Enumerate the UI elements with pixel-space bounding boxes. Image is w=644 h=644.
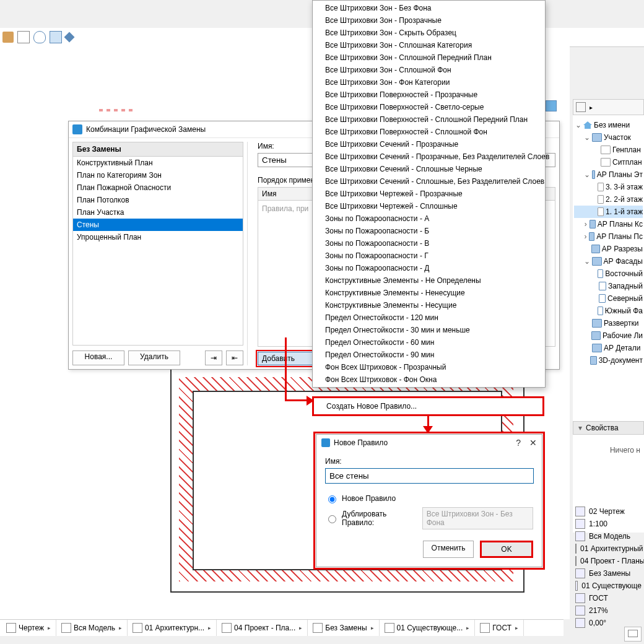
status-segment[interactable]: Вся Модель▸ [56, 620, 128, 636]
tree-item[interactable]: АР Детали [574, 342, 643, 354]
menu-item[interactable]: Все Штриховки Поверхностей - Светло-серы… [313, 101, 545, 113]
tree-item[interactable]: 1. 1-й этаж [574, 206, 643, 218]
quick-option-row[interactable]: 1:100 [573, 518, 644, 530]
combination-item[interactable]: План Потолков [73, 194, 243, 206]
corner-button[interactable] [624, 627, 642, 642]
combination-item[interactable]: План по Категориям Зон [73, 169, 243, 181]
menu-item[interactable]: Конструктивные Элементы - Не Определены [313, 274, 545, 287]
tool-icon[interactable] [2, 32, 14, 43]
menu-item[interactable]: Предел Огнестойкости - 30 мин и меньше [313, 324, 545, 336]
no-override-header[interactable]: Без Замены [72, 142, 243, 157]
menu-item[interactable]: Фон Всех Штриховок - Фон Окна [313, 373, 545, 386]
menu-item[interactable]: Все Штриховки Чертежей - Прозрачные [313, 188, 545, 200]
tree-item[interactable]: Рабочие Ли [574, 329, 643, 342]
close-button[interactable]: ✕ [529, 438, 537, 448]
menu-item[interactable]: Все Штриховки Поверхностей - Прозрачные [313, 89, 545, 101]
menu-item[interactable]: Предел Огнестойкости - 90 мин [313, 349, 545, 361]
book-icon[interactable] [50, 31, 62, 43]
tree-item[interactable]: ⌄Участок [574, 131, 643, 144]
status-segment[interactable]: 01 Архитектурн...▸ [128, 620, 217, 636]
properties-header[interactable]: ▾ Свойства [573, 421, 644, 435]
menu-item[interactable]: Зоны по Пожароопасности - Г [313, 250, 545, 262]
status-strip[interactable]: Чертеж▸Вся Модель▸01 Архитектурн...▸04 П… [0, 619, 564, 636]
tree-item[interactable]: 2. 2-й этаж [574, 193, 643, 206]
status-segment[interactable]: 04 Проект - Пла...▸ [217, 620, 308, 636]
tree-item[interactable]: Развертки [574, 317, 643, 329]
menu-item[interactable]: Зоны по Пожароопасности - Д [313, 262, 545, 274]
menu-item[interactable]: Все Штриховки Сечений - Сплошные Черные [313, 163, 545, 175]
quick-option-row[interactable]: Вся Модель [573, 530, 644, 542]
menu-item[interactable]: Все Штриховки Сечений - Прозрачные, Без … [313, 150, 545, 163]
tree-item[interactable]: 3D-документ [574, 354, 643, 367]
menu-item[interactable]: Все Штриховки Зон - Прозрачные [313, 14, 545, 27]
help-button[interactable]: ? [516, 438, 521, 448]
menu-item[interactable]: Зоны по Пожароопасности - Б [313, 225, 545, 237]
tree-item[interactable]: Западный [574, 280, 643, 292]
menu-item[interactable]: Конструктивные Элементы - Ненесущие [313, 287, 545, 299]
rule-name-input[interactable] [325, 468, 534, 484]
create-new-rule-item[interactable]: Создать Новое Правило... [312, 396, 544, 416]
tool-icon[interactable] [17, 31, 30, 43]
combination-item[interactable]: Конструктивный План [73, 157, 243, 169]
combination-item[interactable]: Стены [73, 219, 243, 231]
menu-item[interactable]: Все Штриховки Зон - Фон Категории [313, 76, 545, 89]
dialog-titlebar[interactable]: Новое Правило ? ✕ [316, 435, 542, 451]
menu-item[interactable]: Все Штриховки Зон - Сплошной Передний Пл… [313, 51, 545, 64]
quick-option-row[interactable]: ГОСТ [573, 592, 644, 604]
menu-item[interactable]: Все Штриховки Зон - Сплошная Категория [313, 39, 545, 51]
tree-item[interactable]: ⌄АР Планы Эт [574, 168, 643, 181]
tree-item[interactable]: Ситплан [574, 156, 643, 168]
delete-button[interactable]: Удалить [128, 350, 180, 365]
menu-item[interactable]: Предел Огнестойкости - 120 мин [313, 311, 545, 324]
combination-item[interactable]: План Участка [73, 206, 243, 219]
duplicate-rule-radio[interactable] [328, 515, 336, 523]
menu-item[interactable]: Предел Огнестойкости - 60 мин [313, 336, 545, 349]
menu-item[interactable]: Все Штриховки Чертежей - Сплошные [313, 200, 545, 212]
combinations-list[interactable]: Конструктивный ПланПлан по Категориям Зо… [72, 157, 243, 346]
menu-item[interactable]: Конструктивные Элементы - Несущие [313, 299, 545, 311]
quick-option-row[interactable]: 02 Чертеж [573, 505, 644, 518]
tree-item[interactable]: ›АР Планы Пс [574, 230, 643, 243]
menu-item[interactable]: Все Штриховки Поверхностей - Сплошной Пе… [313, 113, 545, 126]
menu-item[interactable]: Все Штриховки Зон - Без Фона [313, 2, 545, 14]
tree-item[interactable]: Южный Фа [574, 305, 643, 317]
combination-item[interactable]: План Пожарной Опасности [73, 181, 243, 194]
combination-item[interactable]: Упрощенный План [73, 231, 243, 243]
quick-option-row[interactable]: 04 Проект - Планы [573, 555, 644, 567]
tree-item[interactable]: Генплан [574, 144, 643, 156]
tree-root[interactable]: ⌄ Без имени [574, 119, 643, 131]
nav-tab-icon[interactable] [546, 100, 557, 111]
menu-item[interactable]: Все Штриховки Сечений - Сплошные, Без Ра… [313, 175, 545, 188]
export-button[interactable]: ⇤ [226, 350, 243, 365]
navigator-tree[interactable]: ⌄ Без имени ⌄УчастокГенпланСитплан⌄АР Пл… [573, 115, 644, 370]
quick-option-row[interactable]: 217% [573, 604, 644, 617]
menu-item[interactable]: Зоны по Пожароопасности - А [313, 212, 545, 225]
menu-item[interactable]: Все Штриховки Сечений - Прозрачные [313, 138, 545, 150]
quick-option-row[interactable]: Без Замены [573, 567, 644, 580]
status-segment[interactable]: 01 Существующе...▸ [380, 620, 476, 636]
menu-item[interactable]: Все Штриховки Поверхностей - Сплошной Фо… [313, 126, 545, 138]
tree-item[interactable]: АР Разрезы [574, 243, 643, 255]
ok-button[interactable]: OK [480, 541, 533, 558]
tree-item[interactable]: ⌄АР Фасады [574, 255, 643, 268]
new-button[interactable]: Новая... [72, 350, 124, 365]
status-segment[interactable]: Без Замены▸ [308, 620, 379, 636]
cloud-icon[interactable] [33, 31, 46, 43]
quick-option-row[interactable]: 01 Архитектурный [573, 542, 644, 555]
import-button[interactable]: ⇥ [205, 350, 222, 365]
quick-option-row[interactable]: 01 Существующе [573, 580, 644, 592]
cancel-button[interactable]: Отменить [423, 541, 474, 558]
rules-dropdown-menu[interactable]: Все Штриховки Зон - Без ФонаВсе Штриховк… [312, 0, 546, 388]
diamond-icon[interactable] [64, 32, 75, 43]
navigator-icon[interactable] [576, 102, 586, 112]
tree-item[interactable]: Северный [574, 292, 643, 305]
tree-item[interactable]: ›АР Планы Кс [574, 218, 643, 230]
tree-item[interactable]: Восточный [574, 268, 643, 280]
menu-item[interactable]: Фон Всех Штриховок - Прозрачный [313, 361, 545, 373]
new-rule-radio[interactable] [328, 495, 336, 503]
navigator-toolbar[interactable]: ▸ [573, 99, 644, 115]
menu-item[interactable]: Зоны по Пожароопасности - В [313, 237, 545, 250]
tree-item[interactable]: 3. 3-й этаж [574, 181, 643, 193]
status-segment[interactable]: ГОСТ▸ [475, 620, 524, 636]
status-segment[interactable]: Чертеж▸ [1, 620, 56, 636]
